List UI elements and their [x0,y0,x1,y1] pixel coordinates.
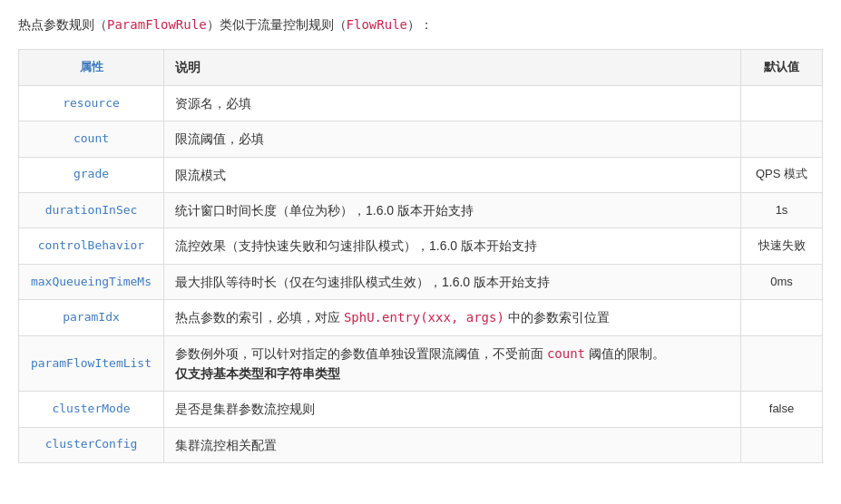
header-default: 默认值 [741,50,823,85]
table-row: resource资源名，必填 [19,85,823,121]
table-row: clusterMode是否是集群参数流控规则false [19,392,823,427]
cell-attr: count [19,121,164,157]
table-row: controlBehavior流控效果（支持快速失败和匀速排队模式），1.6.0… [19,228,823,264]
header-desc: 说明 [164,50,741,85]
intro-code-1: ParamFlowRule [107,17,207,32]
table-row: maxQueueingTimeMs最大排队等待时长（仅在匀速排队模式生效），1.… [19,264,823,299]
cell-attr: durationInSec [19,192,164,228]
cell-desc: 限流阈值，必填 [164,121,741,157]
cell-default [741,427,823,462]
intro-paragraph: 热点参数规则（ParamFlowRule）类似于流量控制规则（FlowRule）… [18,15,823,34]
cell-desc: 集群流控相关配置 [164,427,741,462]
table-row: clusterConfig集群流控相关配置 [19,427,823,462]
cell-default: 0ms [741,264,823,299]
cell-attr: paramFlowItemList [19,335,164,392]
cell-default: QPS 模式 [741,157,823,192]
cell-attr: resource [19,85,164,121]
cell-default: false [741,392,823,427]
cell-default: 快速失败 [741,228,823,264]
table-header-row: 属性 说明 默认值 [19,50,823,85]
table-row: grade限流模式QPS 模式 [19,157,823,192]
table-row: durationInSec统计窗口时间长度（单位为秒），1.6.0 版本开始支持… [19,192,823,228]
cell-attr: paramIdx [19,300,164,335]
cell-attr: clusterMode [19,392,164,427]
table-row: paramIdx热点参数的索引，必填，对应 SphU.entry(xxx, ar… [19,300,823,335]
table-row: paramFlowItemList参数例外项，可以针对指定的参数值单独设置限流阈… [19,335,823,392]
cell-desc: 流控效果（支持快速失败和匀速排队模式），1.6.0 版本开始支持 [164,228,741,264]
cell-default: 1s [741,192,823,228]
cell-default [741,335,823,392]
cell-default [741,121,823,157]
params-table: 属性 说明 默认值 resource资源名，必填count限流阈值，必填grad… [18,49,823,463]
header-attr: 属性 [19,50,164,85]
cell-attr: grade [19,157,164,192]
intro-code-2: FlowRule [347,17,407,32]
cell-attr: controlBehavior [19,228,164,264]
cell-attr: maxQueueingTimeMs [19,264,164,299]
table-row: count限流阈值，必填 [19,121,823,157]
code-count: count [547,346,585,361]
code-span: SphU.entry(xxx, args) [344,310,504,325]
cell-desc: 资源名，必填 [164,85,741,121]
cell-desc: 统计窗口时间长度（单位为秒），1.6.0 版本开始支持 [164,192,741,228]
cell-desc: 热点参数的索引，必填，对应 SphU.entry(xxx, args) 中的参数… [164,300,741,335]
bold-note: 仅支持基本类型和字符串类型 [175,366,340,381]
cell-default [741,85,823,121]
cell-attr: clusterConfig [19,427,164,462]
cell-desc: 限流模式 [164,157,741,192]
cell-default [741,300,823,335]
cell-desc: 是否是集群参数流控规则 [164,392,741,427]
cell-desc: 最大排队等待时长（仅在匀速排队模式生效），1.6.0 版本开始支持 [164,264,741,299]
cell-desc: 参数例外项，可以针对指定的参数值单独设置限流阈值，不受前面 count 阈值的限… [164,335,741,392]
